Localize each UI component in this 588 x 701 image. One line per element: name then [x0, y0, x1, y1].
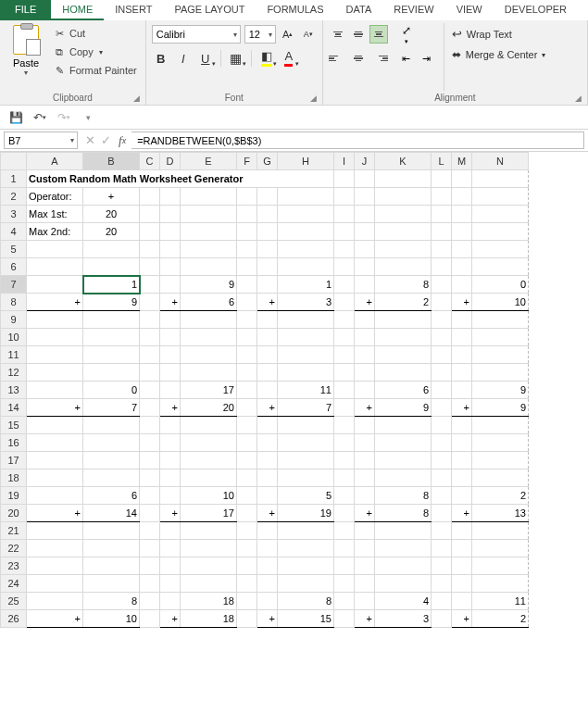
tab-view[interactable]: VIEW [445, 0, 494, 20]
cell-J25[interactable] [355, 593, 375, 610]
cell-H8[interactable]: 3 [278, 294, 334, 311]
cell-E15[interactable] [181, 417, 237, 434]
cell-A20[interactable]: + [27, 505, 83, 522]
cell-B12[interactable] [83, 364, 140, 382]
cell-D8[interactable]: + [160, 294, 181, 311]
cell-A24[interactable] [27, 575, 83, 593]
cell-J13[interactable] [355, 382, 375, 399]
cell-I14[interactable] [334, 399, 355, 417]
col-header-I[interactable]: I [334, 153, 355, 170]
cell-E23[interactable] [181, 557, 237, 575]
select-all-corner[interactable] [1, 153, 27, 170]
cell-F4[interactable] [237, 223, 257, 241]
cell-L12[interactable] [432, 364, 452, 382]
cell-N15[interactable] [472, 417, 529, 434]
cell-D20[interactable]: + [160, 505, 181, 522]
cell-H21[interactable] [278, 522, 334, 540]
cell-B14[interactable]: 7 [83, 399, 140, 417]
cell-J6[interactable] [355, 258, 375, 276]
paste-button[interactable]: Paste ▾ [6, 23, 46, 91]
row-header-13[interactable]: 13 [1, 382, 27, 399]
row-header-4[interactable]: 4 [1, 223, 27, 241]
cell-H2[interactable] [278, 188, 334, 206]
cell-A13[interactable] [27, 382, 83, 399]
cell-A15[interactable] [27, 417, 83, 434]
cell-N8[interactable]: 10 [472, 294, 529, 311]
cell-B5[interactable] [83, 241, 140, 258]
cell-L20[interactable] [432, 505, 452, 522]
tab-home[interactable]: HOME [51, 0, 104, 20]
wrap-text-button[interactable]: ↩ Wrap Text [450, 25, 548, 43]
cell-D5[interactable] [160, 241, 181, 258]
cell-B6[interactable] [83, 258, 140, 276]
cell-L24[interactable] [432, 575, 452, 593]
spreadsheet-grid[interactable]: ABCDEFGHIJKLMN1Custom Random Math Worksh… [0, 152, 588, 628]
cell-C15[interactable] [140, 417, 160, 434]
cell-B8[interactable]: 9 [83, 294, 140, 311]
cell-K21[interactable] [375, 522, 432, 540]
cell-C23[interactable] [140, 557, 160, 575]
cell-E10[interactable] [181, 329, 237, 346]
cell-J17[interactable] [355, 452, 375, 469]
tab-data[interactable]: DATA [335, 0, 383, 20]
cell-J16[interactable] [355, 434, 375, 452]
cell-B17[interactable] [83, 452, 140, 469]
cell-J2[interactable] [355, 188, 375, 206]
tab-formulas[interactable]: FORMULAS [256, 0, 334, 20]
cell-L14[interactable] [432, 399, 452, 417]
cell-L5[interactable] [432, 241, 452, 258]
redo-button[interactable]: ↷▾ [56, 109, 72, 126]
cell-C21[interactable] [140, 522, 160, 540]
cell-L19[interactable] [432, 487, 452, 505]
cell-C8[interactable] [140, 294, 160, 311]
cell-C19[interactable] [140, 487, 160, 505]
cell-K17[interactable] [375, 452, 432, 469]
cell-D2[interactable] [160, 188, 181, 206]
cell-H17[interactable] [278, 452, 334, 469]
cell-C11[interactable] [140, 346, 160, 364]
cell-J9[interactable] [355, 311, 375, 329]
row-header-5[interactable]: 5 [1, 241, 27, 258]
cell-N7[interactable]: 0 [472, 276, 529, 294]
cell-G4[interactable] [257, 223, 278, 241]
col-header-H[interactable]: H [278, 153, 334, 170]
cell-L8[interactable] [432, 294, 452, 311]
cell-I3[interactable] [334, 206, 355, 223]
cell-N1[interactable] [472, 170, 529, 188]
cell-E26[interactable]: 18 [181, 610, 237, 628]
cell-M4[interactable] [452, 223, 472, 241]
cell-G24[interactable] [257, 575, 278, 593]
format-painter-button[interactable]: ✎ Format Painter [50, 62, 140, 79]
row-header-20[interactable]: 20 [1, 505, 27, 522]
cell-G15[interactable] [257, 417, 278, 434]
cell-K16[interactable] [375, 434, 432, 452]
cell-J20[interactable]: + [355, 505, 375, 522]
cell-G11[interactable] [257, 346, 278, 364]
cell-D6[interactable] [160, 258, 181, 276]
cell-C13[interactable] [140, 382, 160, 399]
tab-developer[interactable]: DEVELOPER [494, 0, 578, 20]
cell-N3[interactable] [472, 206, 529, 223]
cell-F26[interactable] [237, 610, 257, 628]
cell-A3[interactable]: Max 1st: [27, 206, 83, 223]
cell-B26[interactable]: 10 [83, 610, 140, 628]
cell-B18[interactable] [83, 469, 140, 487]
cell-E19[interactable]: 10 [181, 487, 237, 505]
cell-N20[interactable]: 13 [472, 505, 529, 522]
cell-H6[interactable] [278, 258, 334, 276]
cell-A19[interactable] [27, 487, 83, 505]
cell-M2[interactable] [452, 188, 472, 206]
cell-L7[interactable] [432, 276, 452, 294]
cell-E12[interactable] [181, 364, 237, 382]
cell-I16[interactable] [334, 434, 355, 452]
cell-F16[interactable] [237, 434, 257, 452]
cell-E21[interactable] [181, 522, 237, 540]
cell-H19[interactable]: 5 [278, 487, 334, 505]
cell-K25[interactable]: 4 [375, 593, 432, 610]
cell-D23[interactable] [160, 557, 181, 575]
cut-button[interactable]: ✂ Cut [50, 25, 140, 42]
cell-G25[interactable] [257, 593, 278, 610]
cell-A9[interactable] [27, 311, 83, 329]
bold-button[interactable]: B [152, 49, 170, 68]
cell-J24[interactable] [355, 575, 375, 593]
